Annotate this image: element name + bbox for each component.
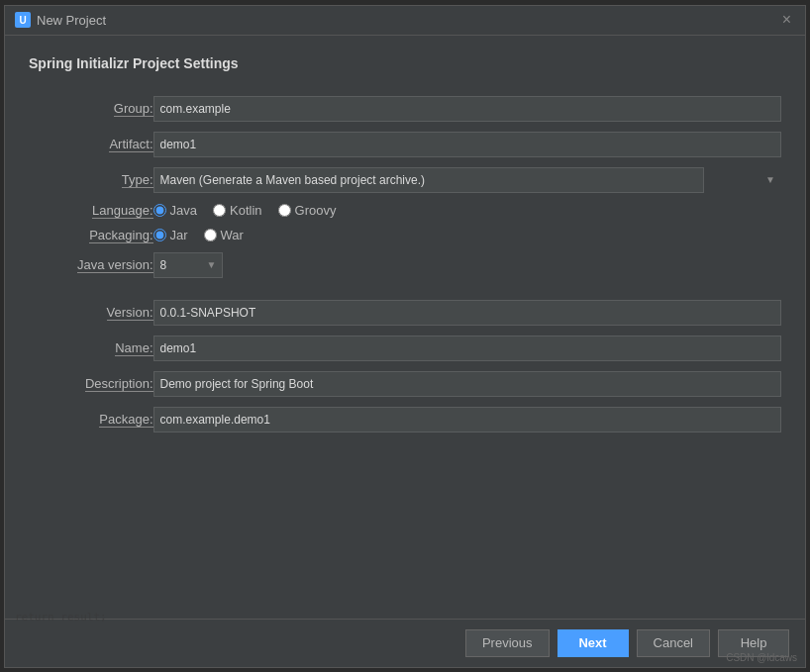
separator-row: [29, 285, 781, 293]
group-cell: [153, 93, 781, 125]
group-row: Group:: [29, 93, 781, 125]
version-cell: [153, 297, 781, 329]
title-bar: U New Project ×: [5, 6, 805, 36]
package-label: Package:: [29, 404, 153, 435]
app-icon: U: [15, 12, 31, 28]
artifact-input[interactable]: [153, 132, 781, 157]
title-bar-left: U New Project: [15, 12, 106, 28]
packaging-jar-label: Jar: [170, 228, 188, 242]
type-select-arrow: ▼: [765, 174, 775, 185]
java-version-select[interactable]: 8 11 17: [153, 252, 223, 278]
package-input[interactable]: [153, 407, 781, 432]
artifact-cell: [153, 129, 781, 160]
name-cell: [153, 333, 781, 364]
version-label: Version:: [29, 297, 153, 329]
package-row: Package:: [29, 404, 781, 435]
section-title: Spring Initializr Project Settings: [29, 55, 781, 71]
packaging-cell: Jar War: [153, 225, 781, 245]
artifact-label: Artifact:: [29, 129, 153, 160]
language-cell: Java Kotlin Groovy: [153, 200, 781, 221]
java-version-cell: 8 11 17 ▼: [153, 249, 781, 281]
group-label: Group:: [29, 93, 153, 125]
new-project-dialog: U New Project × Spring Initializr Projec…: [4, 5, 806, 668]
packaging-war-option[interactable]: War: [204, 228, 244, 242]
packaging-label: Packaging:: [29, 225, 153, 245]
packaging-war-radio[interactable]: [204, 229, 217, 241]
language-kotlin-option[interactable]: Kotlin: [213, 203, 262, 218]
description-input[interactable]: [153, 371, 781, 397]
language-kotlin-radio[interactable]: [213, 204, 226, 217]
version-row: Version:: [29, 297, 781, 329]
dialog-content: Spring Initializr Project Settings Group…: [5, 36, 805, 619]
close-button[interactable]: ×: [778, 10, 795, 30]
language-java-option[interactable]: Java: [153, 203, 197, 218]
type-label: Type:: [29, 164, 153, 196]
name-input[interactable]: [153, 336, 781, 361]
packaging-radio-group: Jar War: [153, 228, 781, 242]
artifact-row: Artifact:: [29, 129, 781, 160]
next-button[interactable]: Next: [557, 629, 629, 657]
packaging-row: Packaging: Jar War: [29, 225, 781, 245]
language-radio-group: Java Kotlin Groovy: [153, 203, 781, 218]
language-groovy-label: Groovy: [295, 203, 337, 218]
description-label: Description:: [29, 368, 153, 400]
type-select[interactable]: Maven (Generate a Maven based project ar…: [153, 167, 704, 193]
packaging-war-label: War: [221, 228, 244, 242]
cancel-button[interactable]: Cancel: [637, 629, 710, 657]
language-java-label: Java: [170, 203, 197, 218]
group-input[interactable]: [153, 96, 781, 122]
language-java-radio[interactable]: [153, 204, 166, 217]
language-groovy-radio[interactable]: [278, 204, 291, 217]
dialog-footer: Previous Next Cancel Help: [5, 619, 805, 667]
java-version-row: Java version: 8 11 17 ▼: [29, 249, 781, 281]
language-row: Language: Java Kotlin: [29, 200, 781, 221]
watermark: CSDN @ldcaws: [726, 652, 797, 663]
packaging-jar-radio[interactable]: [153, 229, 166, 241]
description-row: Description:: [29, 368, 781, 400]
description-cell: [153, 368, 781, 400]
packaging-jar-option[interactable]: Jar: [153, 228, 188, 242]
previous-button[interactable]: Previous: [465, 629, 550, 657]
package-cell: [153, 404, 781, 435]
java-version-label: Java version:: [29, 249, 153, 281]
type-cell: Maven (Generate a Maven based project ar…: [153, 164, 781, 196]
name-row: Name:: [29, 333, 781, 364]
dialog-title: New Project: [37, 13, 106, 28]
language-groovy-option[interactable]: Groovy: [278, 203, 337, 218]
settings-form: Group: Artifact: Type:: [29, 89, 781, 439]
java-version-wrapper: 8 11 17 ▼: [153, 252, 223, 278]
language-kotlin-label: Kotlin: [230, 203, 262, 218]
type-row: Type: Maven (Generate a Maven based proj…: [29, 164, 781, 196]
name-label: Name:: [29, 333, 153, 364]
language-label: Language:: [29, 200, 153, 221]
version-input[interactable]: [153, 300, 781, 326]
